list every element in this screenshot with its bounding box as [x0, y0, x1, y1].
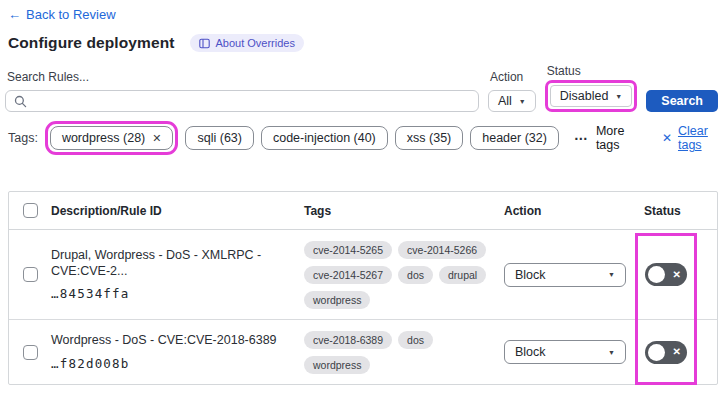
ellipsis-icon: ⋯ — [574, 130, 589, 146]
search-rules-label: Search Rules... — [7, 70, 479, 84]
select-all-cell — [9, 203, 51, 218]
action-cell: Block ▼ — [504, 263, 644, 287]
rule-tag: cve-2018-6389 — [304, 331, 392, 349]
chevron-down-icon: ▼ — [608, 349, 615, 356]
title-row: Configure deployment About Overrides — [8, 34, 725, 52]
tags-cell: cve-2014-5265 cve-2014-5266 cve-2014-526… — [304, 241, 504, 309]
rules-table: Description/Rule ID Tags Action Status D… — [8, 191, 718, 385]
action-label: Action — [490, 70, 536, 84]
table-row: Wordpress - DoS - CVE:CVE-2018-6389 …f82… — [9, 320, 717, 384]
chevron-down-icon: ▼ — [608, 271, 615, 278]
back-arrow-icon: ← — [8, 7, 21, 22]
close-icon: ✕ — [662, 131, 672, 145]
rule-tag: cve-2014-5265 — [304, 241, 392, 259]
rule-action-value: Block — [515, 268, 546, 282]
status-filter-group: Status Disabled ▼ — [545, 64, 638, 112]
toggle-knob — [648, 266, 665, 283]
status-toggle[interactable]: ✕ — [645, 341, 687, 364]
action-cell: Block ▼ — [504, 340, 644, 364]
row-checkbox-cell — [9, 345, 51, 360]
rule-tag: dos — [398, 266, 433, 284]
selected-tag-highlight: wordpress (28) ✕ — [45, 121, 179, 155]
selected-tag-label: wordpress (28) — [62, 131, 145, 145]
back-link-label: Back to Review — [26, 7, 116, 22]
more-tags-label: More tags — [596, 124, 641, 152]
status-cell: ✕ — [644, 341, 717, 364]
book-icon — [199, 38, 210, 49]
tags-label: Tags: — [8, 131, 38, 145]
action-select[interactable]: All ▼ — [488, 90, 536, 112]
rule-action-value: Block — [515, 345, 546, 359]
column-header-action: Action — [504, 204, 644, 218]
action-select-value: All — [498, 94, 512, 108]
tag-filter-sqli[interactable]: sqli (63) — [185, 126, 253, 150]
row-checkbox[interactable] — [23, 345, 38, 360]
rule-tag: dos — [398, 331, 433, 349]
about-overrides-badge[interactable]: About Overrides — [190, 34, 303, 52]
rule-tag: drupal — [439, 266, 486, 284]
page-title: Configure deployment — [8, 34, 174, 52]
toggle-off-icon: ✕ — [673, 347, 681, 357]
rule-id: …f82d008b — [51, 356, 294, 371]
description-cell: Wordpress - DoS - CVE:CVE-2018-6389 …f82… — [51, 333, 304, 371]
chevron-down-icon: ▼ — [615, 93, 622, 100]
rule-description: Drupal, Wordpress - DoS - XMLRPC - CVE:C… — [51, 248, 294, 279]
more-tags-button[interactable]: ⋯ More tags — [574, 124, 641, 152]
search-button[interactable]: Search — [646, 90, 718, 112]
toggle-knob — [648, 344, 665, 361]
table-row: Drupal, Wordpress - DoS - XMLRPC - CVE:C… — [9, 230, 717, 320]
search-rules-input[interactable] — [5, 90, 479, 112]
rule-tag: cve-2014-5266 — [398, 241, 486, 259]
rule-action-select[interactable]: Block ▼ — [504, 340, 626, 364]
status-select[interactable]: Disabled ▼ — [550, 85, 633, 107]
clear-tags-label: Clear tags — [678, 124, 725, 152]
tag-filter-code-injection[interactable]: code-injection (40) — [261, 126, 388, 150]
status-filter-highlight: Disabled ▼ — [545, 80, 638, 112]
rule-tag: wordpress — [304, 356, 370, 374]
row-checkbox-cell — [9, 267, 51, 282]
select-all-checkbox[interactable] — [23, 203, 38, 218]
column-header-tags: Tags — [304, 204, 504, 218]
rule-tag: cve-2014-5267 — [304, 266, 392, 284]
configure-deployment-page: ← Back to Review Configure deployment Ab… — [0, 0, 725, 406]
tags-row: Tags: wordpress (28) ✕ sqli (63) code-in… — [8, 121, 725, 155]
toggle-off-icon: ✕ — [673, 270, 681, 280]
row-checkbox[interactable] — [23, 267, 38, 282]
rule-tag: wordpress — [304, 291, 370, 309]
status-cell: ✕ — [644, 263, 717, 286]
tag-filter-header[interactable]: header (32) — [470, 126, 559, 150]
back-to-review-link[interactable]: ← Back to Review — [8, 7, 116, 22]
status-label: Status — [547, 64, 638, 78]
clear-tags-button[interactable]: ✕ Clear tags — [662, 124, 725, 152]
filter-row: Search Rules... Action All ▼ Status — [5, 64, 718, 112]
tag-filter-wordpress[interactable]: wordpress (28) ✕ — [50, 126, 174, 150]
description-cell: Drupal, Wordpress - DoS - XMLRPC - CVE:C… — [51, 248, 304, 301]
status-select-value: Disabled — [560, 89, 609, 103]
tags-cell: cve-2018-6389 dos wordpress — [304, 331, 504, 374]
table-header-row: Description/Rule ID Tags Action Status — [9, 192, 717, 230]
column-header-status: Status — [644, 204, 717, 218]
search-group: Search Rules... — [5, 70, 479, 112]
tag-filter-xss[interactable]: xss (35) — [395, 126, 463, 150]
status-toggle[interactable]: ✕ — [645, 263, 687, 286]
remove-tag-icon[interactable]: ✕ — [152, 132, 161, 145]
chevron-down-icon: ▼ — [519, 98, 526, 105]
search-icon — [14, 95, 27, 108]
rule-id: …84534ffa — [51, 286, 294, 301]
rule-action-select[interactable]: Block ▼ — [504, 263, 626, 287]
column-header-description: Description/Rule ID — [51, 204, 304, 218]
rule-description: Wordpress - DoS - CVE:CVE-2018-6389 — [51, 333, 294, 349]
action-filter-group: Action All ▼ — [488, 70, 536, 112]
about-overrides-label: About Overrides — [215, 37, 294, 49]
